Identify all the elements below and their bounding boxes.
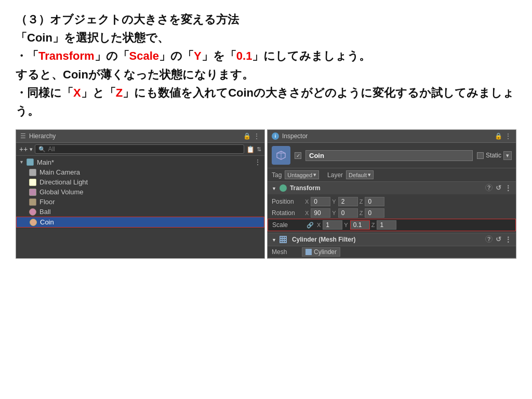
unity-panels: Hierarchy 🔒 + ▾ 🔍 📋 ▼ Main* [16, 129, 516, 259]
arrow-down-icon[interactable]: ▾ [30, 146, 33, 153]
pos-x-label: X [305, 198, 309, 205]
inspector-lock-icon[interactable]: 🔒 [495, 132, 502, 140]
position-row: Position X Y Z [268, 196, 516, 207]
static-dropdown[interactable]: ▾ [503, 151, 512, 160]
tag-layer-row: Tag Untagged ▾ Layer Default ▾ [268, 168, 516, 182]
mesh-small-icon [305, 249, 312, 255]
hierarchy-header-left: Hierarchy [20, 132, 56, 140]
tree-item-floor[interactable]: Floor [16, 197, 264, 207]
floor-label: Floor [39, 198, 55, 206]
tree-item-dirlight[interactable]: Directional Light [16, 177, 264, 187]
object-name-input[interactable] [305, 150, 473, 161]
tree-item-coin[interactable]: Coin [16, 217, 264, 228]
mesh-filter-header: Cylinder (Mesh Filter) ? [268, 233, 516, 246]
rotation-label: Rotation [272, 209, 303, 217]
mesh-value-text: Cylinder [314, 248, 337, 256]
scale-x-label: X [317, 222, 321, 228]
static-section: Static ▾ [477, 151, 512, 160]
transform-arrow [272, 184, 276, 192]
inspector-dots-icon[interactable] [504, 132, 512, 140]
hierarchy-panel: Hierarchy 🔒 + ▾ 🔍 📋 ▼ Main* [16, 129, 265, 259]
search-icon: 🔍 [38, 146, 46, 153]
pos-y-label: Y [332, 198, 336, 205]
arrow-down-icon2: ▾ [506, 152, 509, 159]
transform-icon [280, 184, 287, 192]
rotation-row: Rotation X Y Z [268, 207, 516, 219]
scale-xyz: X Y Z [317, 220, 511, 230]
position-label: Position [272, 198, 303, 205]
pos-x-input[interactable] [311, 197, 330, 206]
tutorial-section: （３）オブジェクトの大きさを変える方法 「Coin」を選択した状態で、 ・「Tr… [16, 10, 516, 120]
mesh-header-icons: ? [485, 235, 512, 244]
rot-y-input[interactable] [338, 208, 358, 218]
camera-label: Main Camera [39, 168, 80, 176]
tree-item-main[interactable]: ▼ Main* [16, 157, 264, 167]
rot-y-label: Y [332, 210, 336, 216]
coin-label: Coin [40, 218, 54, 226]
line4: ・同様に「X」と「Z」にも数値を入れてCoinの大きさがどのように変化するか試し… [16, 84, 516, 120]
mesh-arrow [272, 236, 276, 243]
rot-x-label: X [305, 210, 309, 216]
line2: ・「Transform」の「Scale」の「Y」を「0.1」にしてみましょう。 [16, 47, 516, 65]
mesh-label: Mesh [272, 248, 298, 256]
ball-icon [29, 208, 36, 216]
dirlight-label: Directional Light [39, 178, 88, 186]
refresh-icon[interactable] [496, 184, 501, 192]
search-box: 🔍 [35, 144, 244, 154]
rot-x-input[interactable] [311, 208, 330, 218]
scale-y-label: Y [344, 222, 348, 228]
transform-label: Transform [290, 184, 321, 192]
coin-icon [30, 219, 37, 226]
question-icon[interactable]: ? [485, 184, 493, 191]
mesh-question-icon[interactable]: ? [485, 235, 493, 243]
z-highlight: Z [116, 86, 123, 99]
transform-header: Transform ? [268, 182, 516, 194]
tag-dropdown[interactable]: Untagged ▾ [285, 170, 319, 179]
scale-y-input[interactable] [350, 220, 370, 230]
main-label: Main* [37, 158, 54, 166]
static-check[interactable] [477, 152, 484, 159]
search-input[interactable] [48, 145, 241, 153]
volume-icon [29, 189, 36, 196]
dots-icon[interactable] [253, 132, 260, 140]
line3: すると、Coinが薄くなった状態になります。 [16, 65, 516, 84]
position-xyz: X Y Z [305, 197, 512, 206]
tree-item-camera[interactable]: Main Camera [16, 167, 264, 177]
light-icon [29, 179, 36, 186]
inspector-header-left: i Inspector [272, 132, 308, 140]
tag-value: Untagged [287, 172, 312, 178]
layer-label: Layer [327, 171, 343, 179]
scale-z-input[interactable] [377, 220, 396, 230]
transform-dots[interactable] [504, 184, 512, 192]
mesh-refresh-icon[interactable] [496, 235, 501, 244]
grid-icon [280, 236, 287, 243]
hierarchy-header-icons: 🔒 [243, 132, 260, 140]
layer-dropdown[interactable]: Default ▾ [346, 170, 374, 179]
sort-icon[interactable] [257, 145, 261, 153]
scale-x-input[interactable] [323, 220, 342, 230]
lock-icon[interactable]: 🔒 [243, 132, 251, 140]
filter-icon[interactable]: 📋 [246, 145, 255, 153]
x-highlight: X [73, 86, 81, 99]
main-icon [26, 158, 34, 166]
plus-icon[interactable]: + [19, 145, 28, 153]
ball-label: Ball [39, 208, 51, 216]
tree-item-ball[interactable]: Ball [16, 207, 264, 217]
pos-y-input[interactable] [338, 197, 358, 206]
rot-z-input[interactable] [365, 208, 384, 218]
y-highlight: Y [194, 49, 202, 62]
object-enabled-check[interactable]: ✓ [295, 152, 301, 159]
tree-item-volume[interactable]: Global Volume [16, 187, 264, 197]
info-icon: i [272, 132, 279, 140]
inspector-header: i Inspector 🔒 [268, 130, 516, 143]
rotation-xyz: X Y Z [305, 208, 512, 218]
mesh-filter-section: Cylinder (Mesh Filter) ? Mesh Cylinder [268, 233, 516, 258]
pos-z-input[interactable] [365, 197, 384, 206]
arrow-main: ▼ [19, 159, 24, 165]
main-dots[interactable] [254, 158, 261, 166]
mesh-dots-icon[interactable] [504, 235, 512, 244]
hierarchy-content: ▼ Main* Main Camera Directional Light [16, 156, 264, 229]
tag-label: Tag [272, 171, 282, 179]
volume-label: Global Volume [39, 188, 84, 196]
transform-rows: Position X Y Z Rotation X [268, 194, 516, 233]
